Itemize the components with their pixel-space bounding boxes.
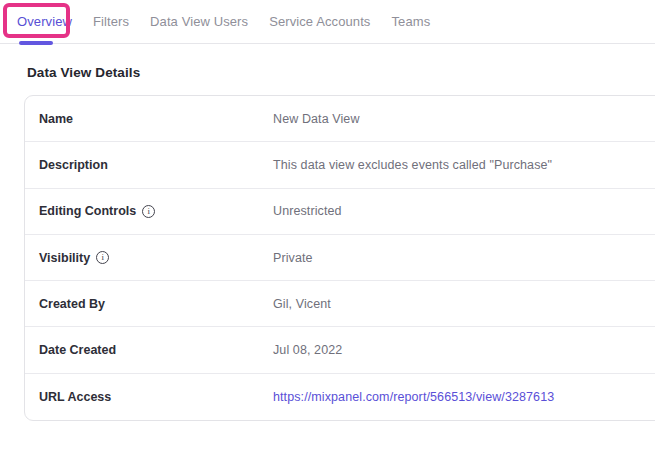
tab-teams[interactable]: Teams bbox=[391, 14, 430, 29]
row-value: Unrestricted bbox=[273, 204, 342, 218]
table-row-date-created: Date Created Jul 08, 2022 bbox=[25, 327, 655, 373]
row-value: New Data View bbox=[273, 112, 360, 126]
row-value: Gil, Vicent bbox=[273, 297, 331, 311]
row-label-text: Name bbox=[39, 112, 73, 126]
row-value: This data view excludes events called "P… bbox=[273, 158, 552, 172]
url-access-link[interactable]: https://mixpanel.com/report/566513/view/… bbox=[273, 390, 554, 404]
table-row-name: Name New Data View bbox=[25, 96, 655, 142]
table-row-visibility: Visibility i Private bbox=[25, 235, 655, 281]
active-tab-indicator bbox=[19, 41, 53, 45]
row-label-text: URL Access bbox=[39, 390, 111, 404]
row-label: Date Created bbox=[39, 343, 273, 357]
details-card: Name New Data View Description This data… bbox=[24, 95, 655, 421]
row-label: Created By bbox=[39, 297, 273, 311]
table-row-description: Description This data view excludes even… bbox=[25, 142, 655, 188]
row-label: Visibility i bbox=[39, 251, 273, 265]
row-label-text: Date Created bbox=[39, 343, 116, 357]
row-label-text: Visibility bbox=[39, 251, 90, 265]
info-icon[interactable]: i bbox=[96, 251, 109, 264]
table-row-created-by: Created By Gil, Vicent bbox=[25, 281, 655, 327]
row-label: Description bbox=[39, 158, 273, 172]
table-row-editing-controls: Editing Controls i Unrestricted bbox=[25, 189, 655, 235]
page-title: Data View Details bbox=[27, 65, 655, 80]
table-row-url-access: URL Access https://mixpanel.com/report/5… bbox=[25, 374, 655, 420]
tab-overview[interactable]: Overview bbox=[17, 14, 72, 29]
row-label: URL Access bbox=[39, 390, 273, 404]
row-value: Jul 08, 2022 bbox=[273, 343, 342, 357]
row-label: Name bbox=[39, 112, 273, 126]
tab-bar: Overview Filters Data View Users Service… bbox=[0, 0, 655, 44]
tab-data-view-users[interactable]: Data View Users bbox=[150, 14, 248, 29]
tab-filters[interactable]: Filters bbox=[93, 14, 129, 29]
row-label-text: Description bbox=[39, 158, 108, 172]
tab-service-accounts[interactable]: Service Accounts bbox=[269, 14, 370, 29]
row-value: https://mixpanel.com/report/566513/view/… bbox=[273, 390, 554, 404]
row-label: Editing Controls i bbox=[39, 204, 273, 218]
row-value: Private bbox=[273, 251, 313, 265]
info-icon[interactable]: i bbox=[142, 205, 155, 218]
row-label-text: Created By bbox=[39, 297, 105, 311]
row-label-text: Editing Controls bbox=[39, 204, 136, 218]
